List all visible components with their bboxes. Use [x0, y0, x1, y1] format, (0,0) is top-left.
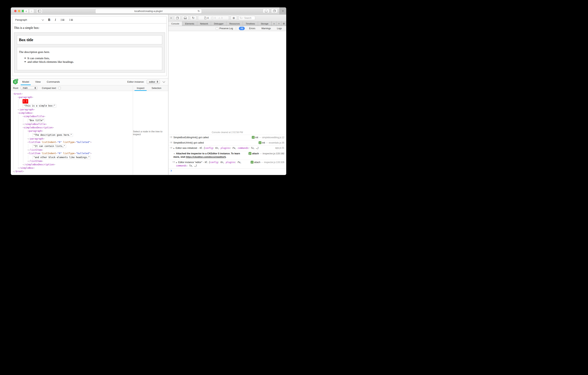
- devtools-search-input[interactable]: Search: [239, 16, 255, 20]
- back-button[interactable]: ‹: [24, 9, 29, 13]
- editor-instance-select[interactable]: editor: [147, 80, 160, 84]
- text-node[interactable]: "Box title": [27, 119, 45, 122]
- filter-logs[interactable]: Logs: [275, 27, 284, 30]
- tab-overview-button[interactable]: [271, 9, 278, 13]
- filter-warnings[interactable]: Warnings: [260, 27, 273, 30]
- root-select[interactable]: main: [21, 86, 37, 90]
- tree-node[interactable]: "and other block elements like headings.…: [11, 155, 133, 159]
- tree-node[interactable]: <paragraph>: [11, 96, 133, 99]
- tab-timelines[interactable]: Timelines: [243, 22, 258, 26]
- paragraph-dropdown[interactable]: Paragraph: [15, 18, 43, 21]
- filter-all[interactable]: All: [239, 27, 245, 30]
- tree-node[interactable]: "This is a simple box:": [11, 103, 133, 108]
- tab-inspect[interactable]: Inspect: [136, 87, 145, 91]
- tree-node[interactable]: </$root>: [11, 170, 133, 173]
- minimize-button[interactable]: [18, 10, 20, 12]
- text-node[interactable]: "The description goes here.": [32, 133, 73, 137]
- share-button[interactable]: [263, 9, 269, 13]
- text-node[interactable]: "and other block elements like headings.…: [32, 156, 91, 159]
- list-item[interactable]: It can contain lists,: [25, 56, 160, 60]
- source-link[interactable]: essentials.js:35: [269, 142, 284, 144]
- element-picker-button[interactable]: ⊕: [231, 16, 237, 20]
- numbered-list-button[interactable]: 1 2: [60, 19, 64, 21]
- tree-node[interactable]: <simpleBoxDescription>: [11, 126, 133, 129]
- address-bar[interactable]: localhost/creating-a-plugin/ ↻: [95, 9, 202, 13]
- description-paragraph[interactable]: The description goes here.: [19, 50, 160, 54]
- tree-node[interactable]: </listItem>: [11, 159, 133, 163]
- console-row[interactable]: ▶Editor was initialized – Hl {config: Kn…: [168, 145, 286, 151]
- tree-node[interactable]: <simpleBox>: [11, 111, 133, 115]
- italic-button[interactable]: I: [55, 18, 56, 22]
- source-link[interactable]: app.js:31: [275, 146, 284, 149]
- undock-button[interactable]: [174, 16, 180, 20]
- tree-node[interactable]: <listItem listIndent="0" listType="bulle…: [11, 141, 133, 144]
- tree-node[interactable]: "The description goes here.": [11, 133, 133, 137]
- paragraph-dropdown-label: Paragraph: [15, 18, 27, 21]
- collapse-inspector-icon[interactable]: [163, 80, 165, 83]
- text-node[interactable]: "This is a simple box:": [22, 104, 56, 108]
- overflow-tabs-button[interactable]: »: [272, 22, 276, 26]
- preserve-log-checkbox[interactable]: [216, 27, 218, 30]
- close-inspector-button[interactable]: ×: [169, 16, 173, 20]
- console-row[interactable]: ▼Attached the inspector to a CKEditor 5 …: [168, 151, 286, 160]
- tree-node[interactable]: <paragraph>: [11, 129, 133, 133]
- tree-node[interactable]: <$root>: [11, 92, 133, 96]
- devtools-reload-button[interactable]: ↻: [190, 16, 196, 20]
- tab-model[interactable]: Model: [22, 78, 30, 85]
- tree-node[interactable]: </paragraph>: [11, 108, 133, 111]
- add-tab-button[interactable]: +: [276, 22, 281, 26]
- new-tab-button[interactable]: +: [279, 7, 286, 14]
- tree-node[interactable]: [ ]: [11, 99, 133, 103]
- bulleted-list-button[interactable]: [69, 19, 73, 21]
- collapse-icon[interactable]: ▼: [173, 153, 175, 155]
- console-link[interactable]: https://ckeditor.com/docs/ckeditor5: [186, 156, 226, 158]
- function-badge-icon: f: [259, 141, 262, 144]
- tree-node[interactable]: "Box title": [11, 118, 133, 122]
- settings-button[interactable]: ⚙: [281, 22, 286, 26]
- tab-view[interactable]: View: [35, 78, 41, 85]
- intro-paragraph[interactable]: This is a simple box:: [14, 26, 165, 30]
- bold-button[interactable]: B: [48, 18, 50, 22]
- source-link[interactable]: inspector.js:133:182: [262, 152, 284, 155]
- filter-errors[interactable]: Errors: [247, 27, 257, 30]
- tree-node[interactable]: </simpleBoxTitle>: [11, 122, 133, 126]
- tree-node[interactable]: </paragraph>: [11, 137, 133, 141]
- tab-storage[interactable]: Storage: [258, 22, 272, 26]
- console-row[interactable]: SimpleBoxUI#init() got calledfinit — ess…: [168, 140, 286, 145]
- tab-network[interactable]: Network: [197, 22, 211, 26]
- console-prompt[interactable]: [168, 168, 286, 175]
- list-item[interactable]: and other block elements like headings.: [25, 60, 160, 64]
- tree-node[interactable]: </listItem>: [11, 148, 133, 152]
- box-description[interactable]: The description goes here. It can contai…: [17, 47, 162, 70]
- tag-name: simpleBoxTitle: [25, 123, 45, 125]
- tree-node[interactable]: <listItem listIndent="0" listType="bulle…: [11, 152, 133, 155]
- tab-debugger[interactable]: Debugger: [211, 22, 227, 26]
- box-title[interactable]: Box title: [17, 35, 162, 44]
- tab-elements[interactable]: Elements: [182, 22, 197, 26]
- text-node[interactable]: "It can contain lists,": [32, 144, 66, 148]
- forward-button[interactable]: ›: [29, 9, 34, 13]
- editable-content[interactable]: This is a simple box: Box title The desc…: [12, 23, 167, 73]
- tree-node[interactable]: "It can contain lists,": [11, 144, 133, 148]
- console-row[interactable]: SimpleBoxEditing#init() got calledfinit …: [168, 135, 286, 140]
- list-line: [71, 20, 73, 21]
- source-link[interactable]: inspector.js:133:326: [264, 161, 284, 164]
- tree-node[interactable]: </simpleBoxDescription>: [11, 163, 133, 166]
- reload-icon[interactable]: ↻: [198, 10, 200, 12]
- close-button[interactable]: [14, 10, 16, 12]
- simple-box-widget[interactable]: Box title The description goes here. It …: [14, 33, 165, 73]
- resource-summary-button[interactable]: 4 ! 0 ⚠ 0: [198, 16, 229, 20]
- tree-node[interactable]: </simpleBox>: [11, 166, 133, 170]
- tab-console[interactable]: Console: [168, 22, 182, 26]
- expand-icon[interactable]: ▶: [176, 162, 177, 164]
- tree-node[interactable]: <simpleBoxTitle>: [11, 115, 133, 118]
- console-row[interactable]: ▶Editor instance "editor" – Hl {config: …: [168, 160, 286, 168]
- expand-icon[interactable]: ▶: [173, 147, 175, 149]
- tab-resources[interactable]: Resources: [227, 22, 243, 26]
- sidebar-button[interactable]: [36, 9, 42, 13]
- compact-text-checkbox[interactable]: [58, 87, 61, 89]
- dock-bottom-button[interactable]: [182, 16, 189, 20]
- tab-selection[interactable]: Selection: [151, 87, 162, 91]
- tab-commands[interactable]: Commands: [46, 78, 60, 85]
- source-link[interactable]: simpleboxediting.js:12: [262, 136, 284, 139]
